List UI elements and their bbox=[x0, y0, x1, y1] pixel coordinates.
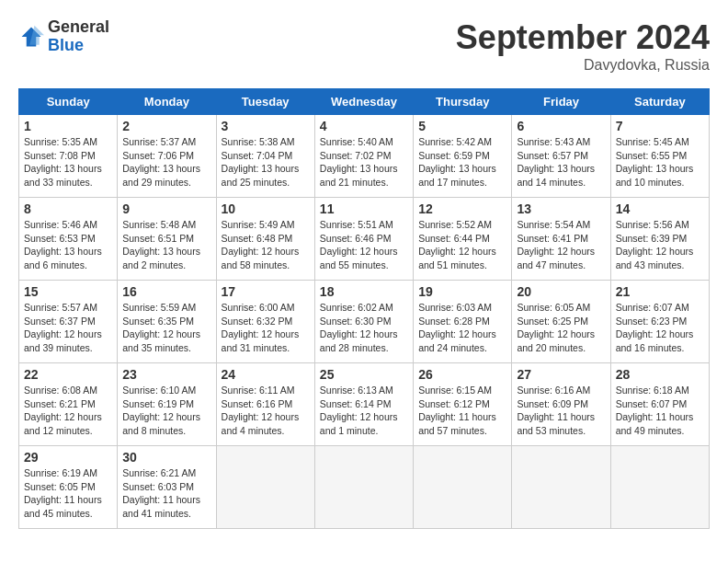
weekday-header-monday: Monday bbox=[118, 89, 216, 115]
table-row bbox=[512, 446, 610, 529]
table-row: 12Sunrise: 5:52 AMSunset: 6:44 PMDayligh… bbox=[414, 198, 512, 281]
table-row: 3Sunrise: 5:38 AMSunset: 7:04 PMDaylight… bbox=[216, 115, 314, 198]
page-header: General Blue September 2024 Davydovka, R… bbox=[18, 18, 710, 74]
table-row: 7Sunrise: 5:45 AMSunset: 6:55 PMDaylight… bbox=[610, 115, 709, 198]
calendar-week-1: 8Sunrise: 5:46 AMSunset: 6:53 PMDaylight… bbox=[19, 198, 710, 281]
table-row: 11Sunrise: 5:51 AMSunset: 6:46 PMDayligh… bbox=[314, 198, 413, 281]
table-row: 20Sunrise: 6:05 AMSunset: 6:25 PMDayligh… bbox=[512, 281, 610, 363]
location: Davydovka, Russia bbox=[456, 57, 710, 74]
table-row: 18Sunrise: 6:02 AMSunset: 6:30 PMDayligh… bbox=[314, 281, 413, 363]
month-title: September 2024 bbox=[456, 18, 710, 57]
title-block: September 2024 Davydovka, Russia bbox=[456, 18, 710, 74]
table-row: 22Sunrise: 6:08 AMSunset: 6:21 PMDayligh… bbox=[19, 363, 118, 446]
table-row: 10Sunrise: 5:49 AMSunset: 6:48 PMDayligh… bbox=[216, 198, 314, 281]
table-row: 25Sunrise: 6:13 AMSunset: 6:14 PMDayligh… bbox=[314, 363, 413, 446]
calendar-week-0: 1Sunrise: 5:35 AMSunset: 7:08 PMDaylight… bbox=[19, 115, 710, 198]
table-row: 16Sunrise: 5:59 AMSunset: 6:35 PMDayligh… bbox=[118, 281, 216, 363]
table-row: 4Sunrise: 5:40 AMSunset: 7:02 PMDaylight… bbox=[314, 115, 413, 198]
calendar-week-3: 22Sunrise: 6:08 AMSunset: 6:21 PMDayligh… bbox=[19, 363, 710, 446]
table-row bbox=[414, 446, 512, 529]
table-row: 1Sunrise: 5:35 AMSunset: 7:08 PMDaylight… bbox=[19, 115, 118, 198]
table-row: 5Sunrise: 5:42 AMSunset: 6:59 PMDaylight… bbox=[414, 115, 512, 198]
weekday-header-wednesday: Wednesday bbox=[314, 89, 413, 115]
table-row: 21Sunrise: 6:07 AMSunset: 6:23 PMDayligh… bbox=[610, 281, 709, 363]
table-row: 19Sunrise: 6:03 AMSunset: 6:28 PMDayligh… bbox=[414, 281, 512, 363]
table-row bbox=[610, 446, 709, 529]
table-row: 27Sunrise: 6:16 AMSunset: 6:09 PMDayligh… bbox=[512, 363, 610, 446]
weekday-header-friday: Friday bbox=[512, 89, 610, 115]
table-row bbox=[216, 446, 314, 529]
calendar-week-4: 29Sunrise: 6:19 AMSunset: 6:05 PMDayligh… bbox=[19, 446, 710, 529]
weekday-header-saturday: Saturday bbox=[610, 89, 709, 115]
table-row bbox=[314, 446, 413, 529]
weekday-header-row: SundayMondayTuesdayWednesdayThursdayFrid… bbox=[19, 89, 710, 115]
table-row: 8Sunrise: 5:46 AMSunset: 6:53 PMDaylight… bbox=[19, 198, 118, 281]
weekday-header-sunday: Sunday bbox=[19, 89, 118, 115]
table-row: 24Sunrise: 6:11 AMSunset: 6:16 PMDayligh… bbox=[216, 363, 314, 446]
table-row: 13Sunrise: 5:54 AMSunset: 6:41 PMDayligh… bbox=[512, 198, 610, 281]
table-row: 15Sunrise: 5:57 AMSunset: 6:37 PMDayligh… bbox=[19, 281, 118, 363]
calendar-week-2: 15Sunrise: 5:57 AMSunset: 6:37 PMDayligh… bbox=[19, 281, 710, 363]
logo-icon bbox=[18, 24, 44, 50]
table-row: 2Sunrise: 5:37 AMSunset: 7:06 PMDaylight… bbox=[118, 115, 216, 198]
logo: General Blue bbox=[18, 18, 109, 55]
table-row: 17Sunrise: 6:00 AMSunset: 6:32 PMDayligh… bbox=[216, 281, 314, 363]
table-row: 29Sunrise: 6:19 AMSunset: 6:05 PMDayligh… bbox=[19, 446, 118, 529]
table-row: 6Sunrise: 5:43 AMSunset: 6:57 PMDaylight… bbox=[512, 115, 610, 198]
weekday-header-tuesday: Tuesday bbox=[216, 89, 314, 115]
table-row: 26Sunrise: 6:15 AMSunset: 6:12 PMDayligh… bbox=[414, 363, 512, 446]
table-row: 14Sunrise: 5:56 AMSunset: 6:39 PMDayligh… bbox=[610, 198, 709, 281]
table-row: 30Sunrise: 6:21 AMSunset: 6:03 PMDayligh… bbox=[118, 446, 216, 529]
table-row: 23Sunrise: 6:10 AMSunset: 6:19 PMDayligh… bbox=[118, 363, 216, 446]
weekday-header-thursday: Thursday bbox=[414, 89, 512, 115]
table-row: 28Sunrise: 6:18 AMSunset: 6:07 PMDayligh… bbox=[610, 363, 709, 446]
table-row: 9Sunrise: 5:48 AMSunset: 6:51 PMDaylight… bbox=[118, 198, 216, 281]
calendar-table: SundayMondayTuesdayWednesdayThursdayFrid… bbox=[18, 88, 710, 529]
logo-text: General Blue bbox=[48, 18, 109, 55]
